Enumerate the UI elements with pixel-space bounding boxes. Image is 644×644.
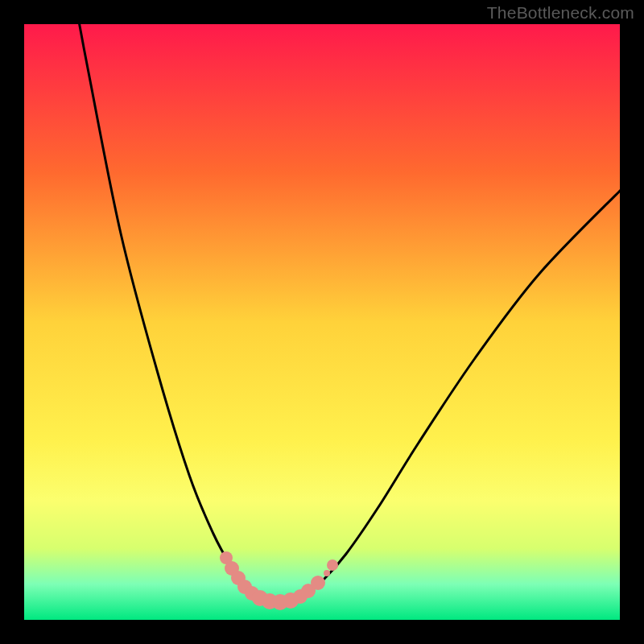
marker-dot — [311, 576, 325, 590]
marker-dot — [324, 570, 330, 576]
marker-dot — [327, 559, 338, 571]
plot-area — [24, 24, 620, 620]
chart-frame: TheBottleneck.com — [0, 0, 644, 644]
gradient-background — [24, 24, 620, 620]
plot-svg — [24, 24, 620, 620]
watermark-text: TheBottleneck.com — [487, 3, 634, 23]
